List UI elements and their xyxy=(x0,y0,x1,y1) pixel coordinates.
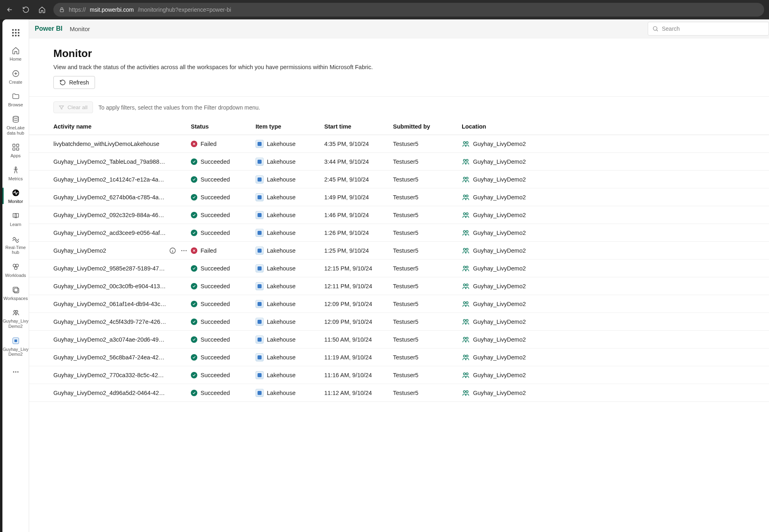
back-button[interactable] xyxy=(5,5,15,15)
home-browser-button[interactable] xyxy=(37,5,47,15)
address-bar[interactable]: https://msit.powerbi.com/monitoringhub?e… xyxy=(53,3,764,17)
url-path: /monitoringhub?experience=power-bi xyxy=(138,6,231,13)
refresh-browser-button[interactable] xyxy=(21,5,31,15)
lock-icon xyxy=(59,7,65,13)
svg-rect-0 xyxy=(60,9,63,12)
url-scheme: https:// xyxy=(69,6,86,13)
browser-toolbar: https://msit.powerbi.com/monitoringhub?e… xyxy=(0,0,769,19)
url-host: msit.powerbi.com xyxy=(90,6,134,13)
